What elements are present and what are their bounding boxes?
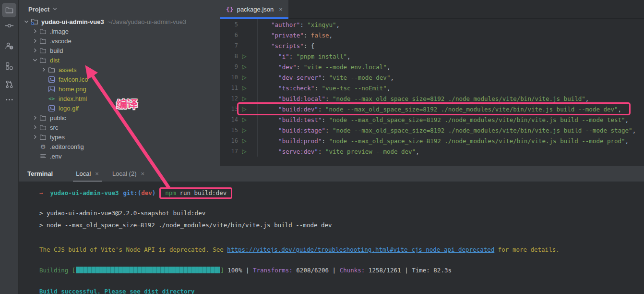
tree-item-favicon-ico[interactable]: favicon.ico [19, 74, 220, 84]
terminal-text: Transforms: [253, 267, 293, 274]
terminal-prompt-line: →yudao-ui-admin-vue3git:(dev)npm run bui… [39, 186, 644, 200]
terminal-tool-title: Terminal [27, 170, 53, 177]
editor-tab-bar: {} package.json × [220, 0, 644, 19]
gutter-separator [250, 30, 258, 40]
gutter-separator [250, 83, 258, 93]
close-terminal-tab-icon[interactable]: × [141, 170, 144, 177]
close-tab-icon[interactable]: × [279, 6, 283, 13]
terminal-tab-local[interactable]: Local × [69, 166, 106, 182]
project-panel-title: Project [28, 6, 49, 13]
gutter-separator [250, 51, 258, 61]
project-panel: Project yudao-ui-admin-vue3~/Java/yudao-… [19, 0, 220, 166]
prompt-cwd: yudao-ui-admin-vue3 [50, 189, 119, 196]
run-script-icon[interactable]: ▷ [238, 95, 250, 102]
code-line-7: 7 "scripts": { [220, 40, 644, 51]
chevron-right-icon[interactable] [31, 47, 39, 54]
close-terminal-tab-icon[interactable]: × [95, 170, 99, 177]
terminal-text: Building [ [39, 267, 75, 274]
run-script-icon[interactable]: ▷ [238, 53, 250, 60]
code-text: "private": false, [264, 32, 333, 39]
build-progress-bar [76, 267, 220, 273]
terminal-text: ] [220, 267, 224, 274]
gutter-separator [250, 72, 258, 83]
run-script-icon[interactable]: ▷ [238, 85, 250, 91]
json-file-icon: {} [226, 6, 234, 13]
tree-item-label: yudao-ui-admin-vue3 [41, 18, 104, 25]
line-number: 12 [220, 95, 238, 102]
tree-item-label: types [50, 134, 65, 141]
tree-item-home-png[interactable]: home.png [19, 84, 220, 94]
chevron-right-icon[interactable] [40, 66, 48, 74]
tree-item--vscode[interactable]: .vscode [19, 36, 220, 46]
tool-window-stripe: ? [0, 0, 19, 294]
code-line-10: 10▷ "dev-server": "vite --mode dev", [220, 72, 644, 83]
run-script-icon[interactable]: ▷ [238, 148, 250, 155]
image-icon [48, 85, 56, 93]
image-icon [48, 104, 56, 112]
learn-icon[interactable]: ? [2, 38, 16, 53]
pull-requests-icon[interactable] [2, 77, 16, 91]
run-script-icon[interactable]: ▷ [238, 116, 250, 123]
tree-item-src[interactable]: src [19, 122, 220, 132]
tree-item-yudao-ui-admin-vue3[interactable]: yudao-ui-admin-vue3~/Java/yudao-ui-admin… [19, 17, 220, 26]
project-folder-icon[interactable] [2, 3, 16, 17]
terminal-text: for more details. [494, 246, 559, 253]
tree-item--image[interactable]: .image [19, 26, 220, 36]
chevron-spacer [31, 143, 39, 150]
line-number: 5 [220, 21, 238, 28]
code-line-11: 11▷ "ts:check": "vue-tsc --noEmit", [220, 83, 644, 93]
tab-package-json[interactable]: {} package.json × [220, 0, 288, 18]
commit-icon[interactable] [2, 18, 16, 33]
terminal-tab-local-2[interactable]: Local (2) × [106, 166, 151, 182]
run-script-icon[interactable]: ▷ [238, 74, 250, 81]
tree-item-build[interactable]: build [19, 46, 220, 55]
run-script-icon[interactable]: ▷ [238, 63, 250, 70]
chevron-right-icon[interactable] [31, 133, 39, 141]
git-prefix: git:( [123, 189, 142, 196]
code-text: "scripts": { [264, 42, 314, 49]
terminal-link[interactable]: https://vitejs.dev/guide/troubleshooting… [227, 246, 494, 253]
command-bin: npm [165, 189, 176, 196]
terminal-tab-label: Local [76, 170, 91, 177]
chevron-down-icon [52, 6, 58, 13]
chevron-right-icon[interactable] [31, 123, 39, 131]
gear-icon: ⚙ [39, 143, 47, 150]
chevron-spacer [40, 104, 48, 112]
chevron-right-icon[interactable] [31, 37, 39, 45]
tree-item--env[interactable]: .env [19, 151, 220, 161]
env-icon [39, 152, 47, 160]
folder-icon [39, 114, 47, 122]
chevron-spacer [31, 152, 39, 160]
chevron-down-icon[interactable] [31, 56, 39, 64]
tree-item-dist[interactable]: dist [19, 55, 220, 65]
chevron-right-icon[interactable] [31, 114, 39, 122]
structure-icon[interactable] [2, 59, 16, 73]
run-script-icon[interactable]: ▷ [238, 137, 250, 144]
tree-item-label: public [50, 114, 66, 122]
gutter-separator [250, 125, 258, 135]
gutter-separator [250, 114, 258, 125]
tree-item-index-html[interactable]: <>index.html [19, 94, 220, 103]
run-script-icon[interactable]: ▷ [238, 127, 250, 134]
tree-item-types[interactable]: types [19, 132, 220, 142]
tree-item-public[interactable]: public [19, 113, 220, 122]
project-tree: yudao-ui-admin-vue3~/Java/yudao-ui-admin… [19, 17, 220, 161]
code-line-15: 15▷ "build:stage": "node --max_old_space… [220, 125, 644, 135]
tree-item-label: logo.gif [59, 105, 79, 112]
code-line-9: 9▷ "dev": "vite --mode env.local", [220, 61, 644, 72]
folder-icon [39, 27, 47, 35]
code-line-16: 16▷ "build:prod": "node --max_old_space_… [220, 135, 644, 146]
tree-item--editorconfig[interactable]: ⚙.editorconfig [19, 142, 220, 151]
tree-item-assets[interactable]: assets [19, 65, 220, 74]
code-line-6: 6 "private": false, [220, 30, 644, 40]
project-panel-header[interactable]: Project [19, 0, 220, 17]
tree-item-logo-gif[interactable]: logo.gif [19, 103, 220, 113]
line-number: 7 [220, 42, 238, 49]
code-editor[interactable]: 5 "author": "xingyu",6 "private": false,… [220, 19, 644, 157]
terminal-text: 100% | [224, 267, 253, 274]
chevron-right-icon[interactable] [31, 27, 39, 35]
terminal-output[interactable]: →yudao-ui-admin-vue3git:(dev)npm run bui… [19, 182, 644, 294]
ide-window: ? Project yudao-ui-admin-vue3~/Java/yuda… [0, 0, 644, 294]
more-options-icon[interactable] [2, 92, 16, 107]
chevron-down-icon[interactable] [23, 18, 30, 25]
